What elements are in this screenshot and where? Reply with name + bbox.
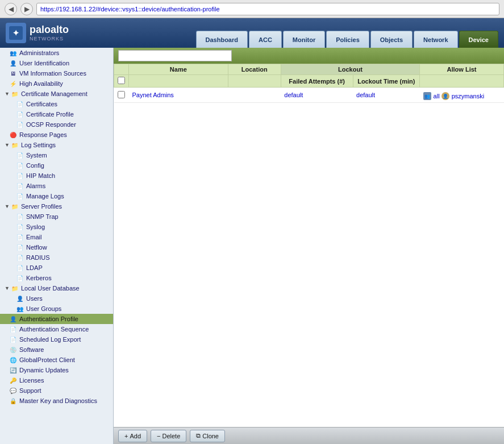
sidebar-item-licenses[interactable]: 🔑 Licenses <box>0 375 113 385</box>
sidebar-group-local-user-database[interactable]: ▼ 📁 Local User Database <box>0 283 113 293</box>
licenses-icon: 🔑 <box>9 376 17 384</box>
alarms-icon: 📄 <box>16 182 24 190</box>
sidebar-item-user-groups[interactable]: 👥 User Groups <box>0 304 113 314</box>
ha-icon: ⚡ <box>9 80 17 88</box>
master-key-icon: 🔒 <box>9 397 17 405</box>
log-settings-arrow: ▼ <box>5 142 10 148</box>
tab-policies[interactable]: Policies <box>326 31 369 48</box>
sidebar-item-certificate-profile[interactable]: 📄 Certificate Profile <box>0 109 113 119</box>
manage-logs-icon: 📄 <box>16 192 24 200</box>
sidebar-item-snmp-trap[interactable]: 📄 SNMP Trap <box>0 211 113 222</box>
globalprotect-icon: 🌐 <box>9 356 17 364</box>
sidebar-group-log-settings[interactable]: ▼ 📁 Log Settings <box>0 140 113 150</box>
sidebar-item-globalprotect-client[interactable]: 🌐 GlobalProtect Client <box>0 355 113 365</box>
sidebar-item-vm-information-sources[interactable]: 🖥 VM Information Sources <box>0 68 113 78</box>
cert-profile-icon: 📄 <box>16 110 24 118</box>
snmp-icon: 📄 <box>16 213 24 221</box>
sub-col-name <box>129 75 228 88</box>
tab-acc[interactable]: ACC <box>249 31 282 48</box>
row-checkbox[interactable] <box>118 91 125 98</box>
kerberos-icon: 📄 <box>16 274 24 282</box>
row-checkbox-cell <box>114 88 129 103</box>
delete-button[interactable]: − Delete <box>151 430 186 442</box>
col-name: Name <box>129 64 228 75</box>
tab-device[interactable]: Device <box>459 31 498 48</box>
sidebar: 👥 Administrators 👤 User Identification 🖥… <box>0 48 114 444</box>
row-allow-list: 👥 all 👤 pszymanski <box>420 88 504 103</box>
search-input[interactable] <box>118 50 232 61</box>
clone-button[interactable]: ⧉ Clone <box>190 430 225 442</box>
paynet-admins-link[interactable]: Paynet Admins <box>132 92 174 98</box>
sidebar-item-users[interactable]: 👤 Users <box>0 293 113 304</box>
administrators-icon: 👥 <box>9 49 17 57</box>
sidebar-item-support[interactable]: 💬 Support <box>0 385 113 396</box>
sub-col-allow-list <box>420 75 504 88</box>
add-button[interactable]: + Add <box>118 430 147 442</box>
all-link[interactable]: all <box>434 93 440 99</box>
auth-profile-icon: 👤 <box>9 315 17 323</box>
delete-label: Delete <box>162 433 180 439</box>
sidebar-item-kerberos[interactable]: 📄 Kerberos <box>0 273 113 283</box>
server-profiles-arrow: ▼ <box>5 204 10 209</box>
sidebar-item-syslog[interactable]: 📄 Syslog <box>0 222 113 232</box>
table-row: Paynet Admins default default <box>114 88 504 103</box>
sub-col-location <box>228 75 281 88</box>
clone-label: Clone <box>202 433 219 439</box>
browser-bar: ◀ ▶ <box>0 0 504 18</box>
sidebar-group-certificate-management[interactable]: ▼ 📁 Certificate Management <box>0 89 113 99</box>
sidebar-item-ldap[interactable]: 📄 LDAP <box>0 263 113 273</box>
netflow-icon: 📄 <box>16 243 24 251</box>
sidebar-item-netflow[interactable]: 📄 Netflow <box>0 242 113 252</box>
radius-icon: 📄 <box>16 254 24 262</box>
sidebar-item-scheduled-log-export[interactable]: 📄 Scheduled Log Export <box>0 334 113 345</box>
sidebar-item-ocsp-responder[interactable]: 📄 OCSP Responder <box>0 119 113 130</box>
col-allow-list: Allow List <box>420 64 504 75</box>
sidebar-item-high-availability[interactable]: ⚡ High Availability <box>0 78 113 89</box>
sidebar-item-authentication-sequence[interactable]: 📄 Authentication Sequence <box>0 324 113 334</box>
app-header: ✦ paloalto NETWORKS Dashboard ACC Monito… <box>0 18 504 48</box>
user-id-icon: 👤 <box>9 59 17 67</box>
auth-seq-icon: 📄 <box>9 325 17 333</box>
sidebar-item-alarms[interactable]: 📄 Alarms <box>0 181 113 191</box>
tab-monitor[interactable]: Monitor <box>283 31 325 48</box>
email-icon: 📄 <box>16 233 24 241</box>
sidebar-item-authentication-profile[interactable]: 👤 Authentication Profile <box>0 314 113 324</box>
pszymanski-icon: 👤 <box>441 92 449 100</box>
tab-dashboard[interactable]: Dashboard <box>196 31 248 48</box>
url-bar[interactable] <box>36 3 499 15</box>
lockout-time-value[interactable]: default <box>356 92 375 98</box>
sidebar-item-user-identification[interactable]: 👤 User Identification <box>0 58 113 68</box>
sidebar-item-hip-match[interactable]: 📄 HIP Match <box>0 171 113 181</box>
sub-col-failed-attempts: Failed Attempts (#) <box>281 75 353 88</box>
back-button[interactable]: ◀ <box>5 3 17 15</box>
sidebar-item-certificates[interactable]: 📄 Certificates <box>0 99 113 109</box>
sidebar-group-server-profiles[interactable]: ▼ 📁 Server Profiles <box>0 201 113 211</box>
user-groups-icon: 👥 <box>16 305 24 313</box>
forward-button[interactable]: ▶ <box>20 3 33 15</box>
tab-network[interactable]: Network <box>414 31 457 48</box>
sidebar-item-response-pages[interactable]: 🔴 Response Pages <box>0 130 113 140</box>
sidebar-item-email[interactable]: 📄 Email <box>0 232 113 242</box>
sidebar-item-dynamic-updates[interactable]: 🔄 Dynamic Updates <box>0 365 113 375</box>
failed-attempts-value[interactable]: default <box>284 92 303 98</box>
sidebar-item-radius[interactable]: 📄 RADIUS <box>0 252 113 263</box>
sidebar-item-system[interactable]: 📄 System <box>0 150 113 160</box>
select-all-checkbox[interactable] <box>118 77 125 84</box>
row-failed-attempts: default <box>281 88 353 103</box>
sidebar-item-config[interactable]: 📄 Config <box>0 160 113 171</box>
sidebar-item-manage-logs[interactable]: 📄 Manage Logs <box>0 191 113 201</box>
tab-objects[interactable]: Objects <box>370 31 413 48</box>
support-icon: 💬 <box>9 387 17 395</box>
pszymanski-link[interactable]: pszymanski <box>452 93 484 99</box>
sidebar-item-master-key[interactable]: 🔒 Master Key and Diagnostics <box>0 396 113 406</box>
cert-mgmt-icon: 📁 <box>11 90 19 98</box>
ocsp-icon: 📄 <box>16 121 24 128</box>
sidebar-item-administrators[interactable]: 👥 Administrators <box>0 48 113 58</box>
config-icon: 📄 <box>16 161 24 169</box>
content-header <box>114 48 504 64</box>
dynamic-updates-icon: 🔄 <box>9 366 17 374</box>
certs-icon: 📄 <box>16 100 24 108</box>
logo-text-area: paloalto NETWORKS <box>30 24 69 42</box>
sidebar-item-software[interactable]: 💿 Software <box>0 345 113 355</box>
row-name[interactable]: Paynet Admins <box>129 88 228 103</box>
